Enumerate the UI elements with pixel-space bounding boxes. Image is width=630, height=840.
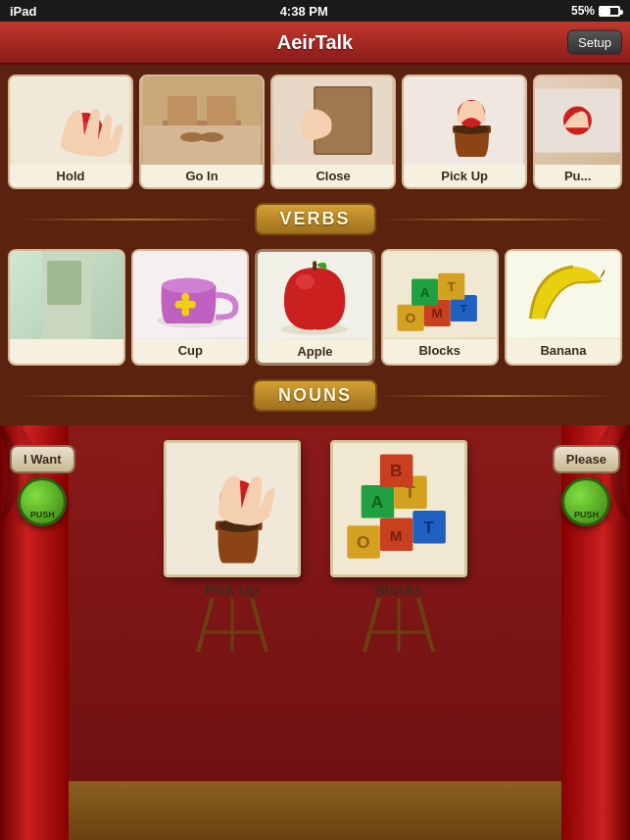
- battery-area: 55%: [571, 4, 620, 18]
- blocks-photo-svg: O M T A T: [383, 251, 497, 339]
- svg-text:T: T: [460, 302, 466, 315]
- main-content: Hold Go In: [0, 65, 630, 840]
- noun-card-misc[interactable]: [8, 249, 125, 366]
- pickup-photo-svg: [404, 76, 525, 165]
- nouns-badge: NOUNS: [253, 379, 377, 412]
- title-bar: AeirTalk Setup: [0, 22, 630, 65]
- verb-card-pickup-image: [404, 76, 525, 165]
- svg-line-56: [198, 598, 213, 652]
- push-label-right: PUSH: [574, 510, 599, 519]
- device-label: iPad: [10, 4, 36, 19]
- verb-card-push-image: [535, 76, 620, 165]
- nouns-divider: NOUNS: [16, 371, 614, 420]
- misc-photo-svg: [10, 251, 123, 339]
- verb-card-close[interactable]: Close: [270, 74, 396, 189]
- verbs-cards-row: Hold Go In: [8, 74, 622, 189]
- verbs-section: Hold Go In: [0, 65, 630, 249]
- svg-point-26: [162, 278, 215, 293]
- push-button-right[interactable]: PUSH: [561, 477, 610, 526]
- svg-text:O: O: [356, 532, 368, 552]
- easel-blocks-svg: O M T A T B: [333, 443, 464, 574]
- banana-photo-svg: [507, 251, 620, 339]
- setup-button[interactable]: Setup: [567, 30, 622, 55]
- app-title: AeirTalk: [277, 31, 353, 54]
- noun-card-cup-label: Cup: [176, 339, 205, 362]
- push-photo-svg: [535, 76, 620, 165]
- easel-legs-pickup: [183, 598, 281, 652]
- nouns-divider-line-left: [16, 395, 253, 397]
- svg-rect-35: [314, 261, 317, 271]
- svg-text:T: T: [447, 279, 456, 294]
- easel-card-blocks[interactable]: O M T A T B: [330, 440, 467, 577]
- noun-card-banana-image: [507, 251, 620, 339]
- verbs-divider: VERBS: [16, 195, 614, 243]
- noun-card-blocks-image: O M T A T: [383, 251, 497, 339]
- svg-text:M: M: [389, 527, 402, 544]
- time-display: 4:38 PM: [280, 4, 328, 19]
- verb-card-close-label: Close: [314, 165, 352, 187]
- svg-point-31: [188, 301, 196, 309]
- svg-text:M: M: [431, 306, 442, 321]
- push-label-left: PUSH: [30, 510, 55, 519]
- svg-point-30: [175, 301, 183, 309]
- verb-card-goin-label: Go In: [183, 165, 219, 187]
- status-bar: iPad 4:38 PM 55%: [0, 0, 630, 22]
- svg-point-28: [182, 293, 190, 301]
- svg-text:O: O: [405, 311, 415, 325]
- please-area: Please PUSH: [553, 445, 620, 526]
- i-want-button[interactable]: I Want: [10, 445, 75, 473]
- stage-easels: Pick Up O M: [0, 425, 630, 840]
- easel-pickup-svg: [167, 443, 298, 574]
- verb-card-goin[interactable]: Go In: [139, 74, 265, 189]
- svg-point-10: [200, 132, 223, 142]
- noun-card-banana-label: Banana: [538, 339, 588, 362]
- svg-line-74: [418, 598, 433, 652]
- noun-card-apple-image: [258, 252, 371, 340]
- noun-card-blocks[interactable]: O M T A T Blocks: [381, 249, 499, 366]
- easel-blocks-label: Blocks: [374, 581, 422, 598]
- push-button-left[interactable]: PUSH: [18, 477, 67, 526]
- noun-card-cup[interactable]: Cup: [131, 249, 249, 366]
- noun-card-blocks-label: Blocks: [416, 339, 462, 362]
- verbs-badge: VERBS: [255, 203, 376, 235]
- verb-card-goin-image: [141, 76, 263, 165]
- divider-line-left: [16, 219, 255, 221]
- svg-rect-7: [168, 96, 197, 125]
- verb-card-hold[interactable]: Hold: [8, 74, 133, 189]
- easel-card-pickup[interactable]: [164, 440, 301, 577]
- svg-text:A: A: [419, 285, 429, 300]
- svg-rect-4: [143, 125, 261, 165]
- verb-card-hold-image: [10, 76, 131, 165]
- i-want-area: I Want PUSH: [10, 445, 75, 526]
- easel-pickup: Pick Up: [164, 440, 301, 652]
- verb-card-push[interactable]: Pu...: [533, 74, 622, 189]
- nouns-section: Cup: [0, 249, 630, 425]
- noun-card-banana[interactable]: Banana: [505, 249, 622, 366]
- easel-legs-blocks: [350, 598, 448, 652]
- goin-photo-svg: [141, 76, 263, 165]
- battery-icon: [599, 6, 620, 17]
- stage-area: I Want PUSH Please PUSH: [0, 425, 630, 840]
- svg-line-73: [364, 598, 379, 652]
- nouns-divider-line-right: [377, 395, 614, 397]
- svg-line-57: [252, 598, 267, 652]
- svg-rect-8: [207, 96, 236, 125]
- easel-blocks: O M T A T B Blocks: [330, 440, 467, 652]
- svg-point-34: [296, 274, 315, 289]
- please-button[interactable]: Please: [553, 445, 620, 473]
- verb-card-close-image: [272, 76, 394, 165]
- easel-pickup-label: Pick Up: [205, 581, 259, 598]
- verb-card-pickup[interactable]: Pick Up: [402, 74, 527, 189]
- apple-photo-svg: [258, 252, 371, 340]
- svg-rect-47: [507, 252, 620, 337]
- verb-card-push-label: Pu...: [562, 165, 593, 187]
- verb-card-hold-label: Hold: [55, 165, 87, 187]
- nouns-cards-row: Cup: [8, 249, 622, 366]
- battery-percent: 55%: [571, 4, 595, 18]
- divider-line-right: [376, 219, 615, 221]
- svg-point-29: [182, 309, 190, 317]
- svg-rect-23: [47, 261, 81, 305]
- hold-photo-svg: [10, 76, 131, 165]
- verb-card-pickup-label: Pick Up: [439, 165, 490, 187]
- noun-card-apple[interactable]: Apple: [255, 249, 374, 366]
